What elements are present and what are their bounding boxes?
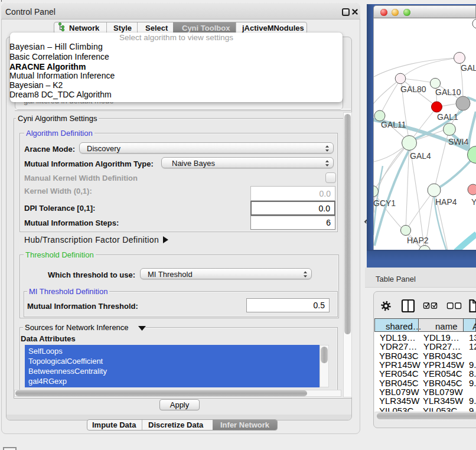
svg-text:Y: Y [471, 197, 476, 207]
svg-text:GCY1: GCY1 [373, 198, 396, 208]
svg-text:GAL80: GAL80 [400, 84, 426, 94]
svg-text:GAL10: GAL10 [435, 87, 461, 97]
svg-text:HAP4: HAP4 [435, 197, 457, 207]
svg-text:GAL4: GAL4 [410, 151, 431, 161]
svg-text:GAL11: GAL11 [381, 120, 406, 129]
svg-text:GAL: GAL [461, 63, 476, 73]
svg-text:HAP2: HAP2 [407, 236, 429, 245]
svg-text:GAL1: GAL1 [437, 112, 458, 122]
svg-text:SWI4: SWI4 [448, 137, 468, 146]
